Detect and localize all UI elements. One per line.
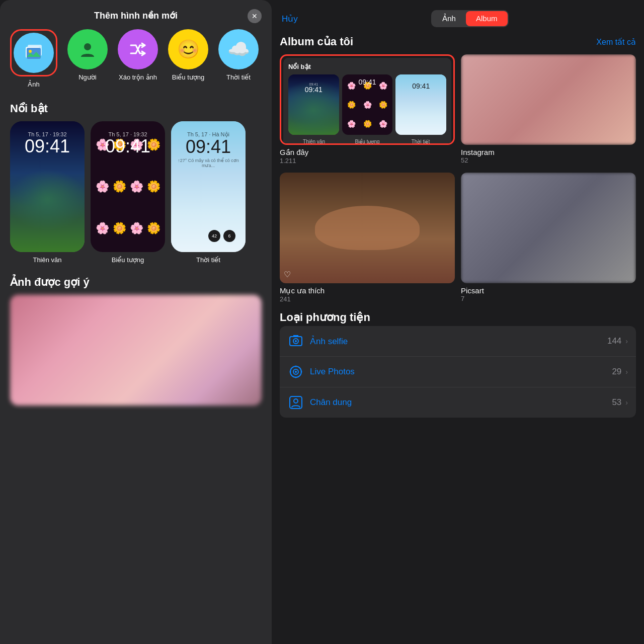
album-count-instagram: 52 [461,156,636,164]
album-thumb-picsart [461,173,636,283]
flower-5: 🌸 [95,167,110,207]
phone-clock-flowers: 09:41 [91,137,165,155]
shuffle-icon [128,39,148,59]
live-svg [289,365,303,379]
icon-circle-nguoi [67,29,108,69]
album-thumb-instagram [461,54,636,145]
left-header: Thêm hình nền mới ✕ [0,0,272,29]
picsart-photo [461,173,636,283]
phone-time-flowers: Th 5, 17 · 19:32 09:41 [91,131,165,155]
chevron-selfie: › [625,337,628,345]
phone-time-sky: Th 5, 17 · Hà Nội 09:41 ↑27° Có mây và c… [171,131,246,168]
svg-point-10 [295,371,297,373]
selfie-count: 144 [607,336,621,346]
svg-point-4 [84,43,91,50]
album-count-favorites: 241 [280,295,455,303]
phone-preview-sky: Th 5, 17 · Hà Nội 09:41 ↑27° Có mây và c… [171,121,246,252]
icon-label-xaotron: Xáo trộn ảnh [119,73,157,81]
person-icon [77,39,98,60]
alert-badge: 6 [223,230,235,242]
heart-icon: ♡ [284,270,291,279]
right-header: Hủy Ảnh Album [272,0,644,35]
flower-11: 🌸 [129,208,144,248]
icon-item-anh[interactable]: Ảnh [10,29,57,88]
tab-album[interactable]: Album [466,11,508,26]
featured-row: Th 5, 17 · 19:32 09:41 Thiên văn 🌸 🌼 🌸 🌼… [0,121,272,272]
media-type-title: Loại phương tiện [280,311,636,324]
album-card-favorites[interactable]: ♡ Mục ưa thích 241 [280,173,455,303]
media-type-section: Loại phương tiện Ảnh selfie 144 › [280,311,636,418]
icon-circle-thoitiet: ☁️ [218,29,259,69]
portrait-svg [289,395,303,410]
album-card-instagram[interactable]: Instagram 52 [461,54,636,165]
suggested-section: Ảnh được gợi ý [0,272,272,406]
flower-8: 🌼 [146,167,161,207]
featured-section-title: Nổi bật [0,98,272,121]
weather-detail: ↑27° Có mây và có thể có cơn mưa... [171,158,246,168]
suggested-preview-image [10,295,262,406]
icon-label-bieutung: Biểu tượng [172,73,204,81]
media-type-item-portrait[interactable]: Chân dung 53 › [280,387,636,418]
icon-selected-border [10,29,57,76]
flower-7: 🌸 [129,167,144,207]
album-name-favorites: Mục ưa thích [280,286,455,295]
chevron-portrait: › [625,398,628,407]
suggested-title: Ảnh được gợi ý [10,276,262,289]
cancel-button[interactable]: Hủy [282,14,298,24]
live-name: Live Photos [310,367,612,377]
media-type-list: Ảnh selfie 144 › [280,326,636,418]
close-button[interactable]: ✕ [248,9,262,23]
svg-point-7 [295,340,297,342]
icon-label-thoitiet: Thời tiết [226,73,251,81]
album-card-gannday[interactable]: Nổi bật 09:41 09:41 [280,54,455,165]
icon-circle-anh [14,33,54,73]
icon-item-xaotron[interactable]: Xáo trộn ảnh [118,29,158,88]
media-type-item-selfie[interactable]: Ảnh selfie 144 › [280,326,636,357]
live-count: 29 [612,367,621,377]
phone-preview-flowers: 🌸 🌼 🌸 🌼 🌸 🌼 🌸 🌼 🌸 🌼 🌸 🌼 Th 5, 17 · 19:32 [91,121,165,252]
portrait-count: 53 [612,397,621,408]
featured-label-flowers: Biểu tượng [112,256,144,264]
phone-time-earth: Th 5, 17 · 19:32 09:41 [10,131,85,155]
mini-phone-row: 09:41 09:41 🌸🌼🌸 🌼🌸🌼 🌸🌼🌸 [288,74,446,135]
weather-badges: 42 6 [208,230,235,242]
album-count-ganday: 1.211 [280,157,455,165]
selfie-name: Ảnh selfie [310,336,607,347]
album-section-header: Album của tôi Xem tất cả [280,35,636,48]
album-thumb-favorites: ♡ [280,173,455,283]
icon-item-thoitiet[interactable]: ☁️ Thời tiết [218,29,259,88]
featured-album-inner: Nổi bật 09:41 09:41 [283,58,451,145]
featured-item-earth[interactable]: Th 5, 17 · 19:32 09:41 Thiên văn [10,121,85,264]
phone-preview-earth: Th 5, 17 · 19:32 09:41 [10,121,85,252]
album-name-ganday: Gần đây [280,148,455,157]
icon-circle-bieutung: 😊 [168,29,208,69]
mini-phone-labels-row: Thiên văn Biểu tượng Thời tiết [288,139,446,144]
left-panel: Thêm hình nền mới ✕ Ảnh [0,0,272,644]
icon-item-bieutung[interactable]: 😊 Biểu tượng [168,29,208,88]
album-card-picsart[interactable]: Picsart 7 [461,173,636,303]
phone-clock-sky: 09:41 [171,138,246,156]
tab-anh[interactable]: Ảnh [432,11,466,26]
mini-phone-time-earth: 09:41 09:41 [305,78,323,94]
album-grid-row1: Nổi bật 09:41 09:41 [280,54,636,165]
selfie-icon [288,333,304,349]
see-all-button[interactable]: Xem tất cả [596,37,636,47]
featured-item-flowers[interactable]: 🌸 🌼 🌸 🌼 🌸 🌼 🌸 🌼 🌸 🌼 🌸 🌼 Th 5, 17 · 19:32 [91,121,165,264]
insta-photo [461,54,636,145]
portrait-name: Chân dung [310,397,612,408]
svg-point-14 [301,371,302,373]
icon-item-nguoi[interactable]: Người [67,29,108,88]
album-noi-bat-label: Nổi bật [288,63,446,70]
media-type-item-live[interactable]: Live Photos 29 › [280,357,636,387]
phone-clock-earth: 09:41 [10,137,85,155]
featured-item-sky[interactable]: Th 5, 17 · Hà Nội 09:41 ↑27° Có mây và c… [171,121,246,264]
featured-label-sky: Thời tiết [196,256,220,264]
album-count-picsart: 7 [461,295,636,302]
icon-circle-xaotron [118,29,158,69]
flower-10: 🌼 [112,208,127,248]
right-content: Album của tôi Xem tất cả Nổi bật 09:41 [272,35,644,644]
svg-point-3 [29,50,32,53]
cloud-icon: ☁️ [227,39,250,60]
hand-photo [280,173,455,283]
photos-icon [24,43,44,63]
